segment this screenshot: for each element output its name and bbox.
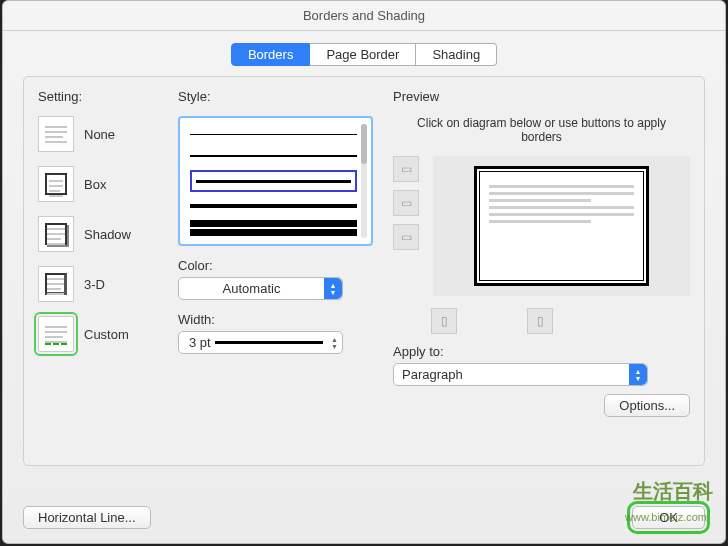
setting-box-label: Box: [84, 177, 106, 192]
preview-side-buttons: ▭ ▭ ▭: [393, 156, 419, 296]
main-panel: Setting: None Box Shadow 3-D Custom: [23, 76, 705, 466]
preview-middle-border-button[interactable]: ▭: [393, 190, 419, 216]
setting-none-label: None: [84, 127, 115, 142]
preview-col-buttons: ▯ ▯: [431, 308, 690, 334]
setting-3d[interactable]: 3-D: [38, 266, 178, 302]
window-title: Borders and Shading: [3, 1, 725, 31]
style-list[interactable]: [178, 116, 373, 246]
setting-3d-label: 3-D: [84, 277, 105, 292]
dialog-footer: Horizontal Line... OK: [23, 506, 705, 529]
style-line-selected[interactable]: [190, 170, 357, 192]
setting-custom-icon: [38, 316, 74, 352]
tab-shading[interactable]: Shading: [416, 43, 497, 66]
setting-shadow-icon: [38, 216, 74, 252]
preview-label: Preview: [393, 89, 690, 104]
setting-label: Setting:: [38, 89, 178, 104]
setting-box[interactable]: Box: [38, 166, 178, 202]
color-label: Color:: [178, 258, 373, 273]
ok-button[interactable]: OK: [632, 506, 705, 529]
preview-hint: Click on diagram below or use buttons to…: [393, 116, 690, 144]
width-select[interactable]: 3 pt ▲▼: [178, 331, 343, 354]
dropdown-arrow-icon: ▲▼: [324, 278, 342, 299]
horizontal-line-button[interactable]: Horizontal Line...: [23, 506, 151, 529]
setting-column: Setting: None Box Shadow 3-D Custom: [38, 89, 178, 451]
width-stepper[interactable]: ▲▼: [331, 336, 338, 350]
tab-page-border[interactable]: Page Border: [310, 43, 416, 66]
style-line-2[interactable]: [190, 148, 357, 164]
tab-borders[interactable]: Borders: [231, 43, 311, 66]
setting-3d-icon: [38, 266, 74, 302]
setting-custom[interactable]: Custom: [38, 316, 178, 352]
setting-none-icon: [38, 116, 74, 152]
setting-none[interactable]: None: [38, 116, 178, 152]
style-label: Style:: [178, 89, 373, 104]
tab-group: Borders Page Border Shading: [3, 43, 725, 66]
apply-to-value: Paragraph: [394, 367, 629, 382]
setting-custom-label: Custom: [84, 327, 129, 342]
options-button[interactable]: Options...: [604, 394, 690, 417]
color-select[interactable]: Automatic ▲▼: [178, 277, 343, 300]
preview-column: Preview Click on diagram below or use bu…: [393, 89, 690, 451]
width-value: 3 pt: [189, 335, 211, 350]
preview-left-border-button[interactable]: ▯: [431, 308, 457, 334]
dropdown-arrow-icon: ▲▼: [629, 364, 647, 385]
preview-area: ▭ ▭ ▭: [393, 156, 690, 296]
preview-top-border-button[interactable]: ▭: [393, 156, 419, 182]
dialog-window: Borders and Shading Borders Page Border …: [2, 0, 726, 544]
preview-right-border-button[interactable]: ▯: [527, 308, 553, 334]
style-column: Style: Color: Automatic ▲▼ Width: 3 pt ▲…: [178, 89, 373, 451]
style-line-5[interactable]: [190, 220, 357, 236]
apply-to-select[interactable]: Paragraph ▲▼: [393, 363, 648, 386]
preview-page[interactable]: [474, 166, 649, 286]
apply-to-label: Apply to:: [393, 344, 690, 359]
width-line-preview: [215, 341, 323, 344]
style-line-4[interactable]: [190, 198, 357, 214]
setting-shadow[interactable]: Shadow: [38, 216, 178, 252]
setting-box-icon: [38, 166, 74, 202]
style-scrollbar[interactable]: [361, 124, 367, 238]
style-line-1[interactable]: [190, 126, 357, 142]
watermark-brand: 生活百科: [633, 478, 713, 505]
preview-bottom-border-button[interactable]: ▭: [393, 224, 419, 250]
setting-shadow-label: Shadow: [84, 227, 131, 242]
width-label: Width:: [178, 312, 373, 327]
preview-page-wrap: [433, 156, 690, 296]
color-value: Automatic: [179, 281, 324, 296]
